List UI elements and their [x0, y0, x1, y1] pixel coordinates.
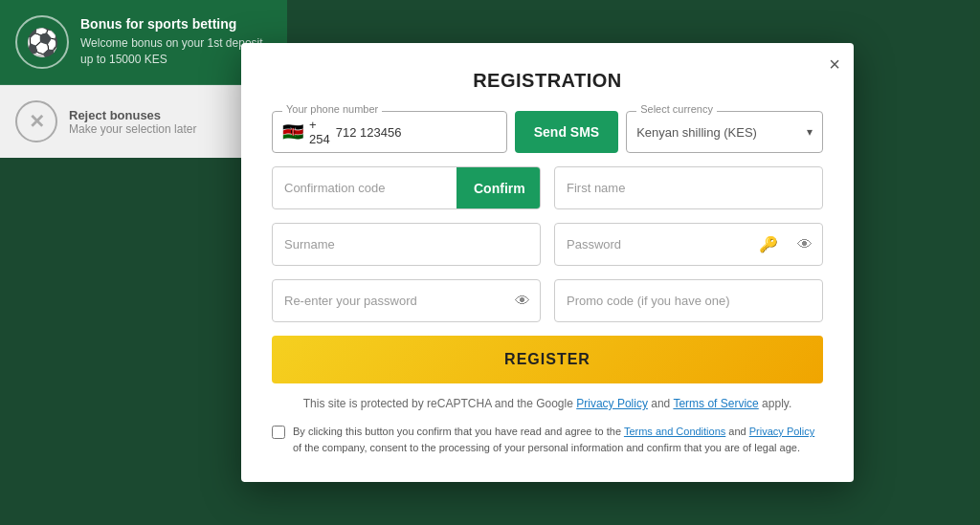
currency-value: Kenyan shilling (KES)	[636, 125, 807, 140]
chevron-down-icon: ▾	[807, 125, 813, 139]
password-wrap: 🔑 👁	[554, 223, 823, 266]
key-icon: 🔑	[749, 235, 788, 253]
phone-input[interactable]	[336, 125, 497, 140]
bonus-title: Bonus for sports betting	[80, 16, 272, 32]
phone-field-wrap: Your phone number 🇰🇪 + 254	[272, 111, 507, 153]
terms-text: By clicking this button you confirm that…	[293, 424, 823, 455]
send-sms-button[interactable]: Send SMS	[515, 111, 618, 153]
phone-label: Your phone number	[282, 103, 382, 115]
close-button[interactable]: ×	[829, 55, 840, 74]
surname-input[interactable]	[273, 224, 540, 265]
reenter-password-wrap: 👁	[272, 279, 541, 322]
reject-text: Reject bonuses Make your selection later	[69, 108, 196, 136]
registration-modal: × REGISTRATION Your phone number 🇰🇪 + 25…	[241, 43, 854, 482]
kenya-flag-icon: 🇰🇪	[282, 121, 303, 142]
promo-code-input[interactable]	[555, 280, 822, 321]
phone-currency-row: Your phone number 🇰🇪 + 254 Send SMS Sele…	[272, 111, 823, 153]
terms-row: By clicking this button you confirm that…	[272, 424, 823, 455]
and-text: and	[651, 397, 670, 410]
currency-field-wrap[interactable]: Select currency Kenyan shilling (KES) ▾	[626, 111, 823, 153]
confirmation-firstname-row: Confirm	[272, 166, 823, 209]
register-button[interactable]: REGISTER	[272, 336, 823, 383]
recaptcha-text: This site is protected by reCAPTCHA and …	[272, 397, 823, 410]
terms-checkbox[interactable]	[272, 426, 285, 439]
eye-slash-icon[interactable]: 👁	[505, 293, 540, 310]
eye-icon[interactable]: 👁	[788, 236, 822, 253]
terms-privacy-link[interactable]: Privacy Policy	[749, 426, 814, 437]
modal-title: REGISTRATION	[272, 70, 823, 92]
reject-description: Make your selection later	[69, 122, 196, 136]
soccer-ball-icon: ⚽	[15, 15, 69, 69]
confirmation-code-wrap: Confirm	[272, 166, 541, 209]
reenter-password-input[interactable]	[273, 280, 505, 321]
confirmation-code-input[interactable]	[273, 167, 457, 208]
terms-conditions-link[interactable]: Terms and Conditions	[624, 426, 725, 437]
privacy-policy-link[interactable]: Privacy Policy	[576, 397, 648, 410]
reject-circle-icon: ✕	[15, 100, 57, 142]
recaptcha-prefix: This site is protected by reCAPTCHA and …	[303, 397, 573, 410]
first-name-wrap	[554, 166, 823, 209]
phone-prefix: + 254	[309, 118, 330, 146]
confirm-button[interactable]: Confirm	[457, 167, 541, 208]
reject-title: Reject bonuses	[69, 108, 196, 122]
currency-label: Select currency	[636, 103, 717, 115]
apply-text: apply.	[762, 397, 791, 410]
terms-of-service-link[interactable]: Terms of Service	[673, 397, 758, 410]
promo-code-wrap	[554, 279, 823, 322]
surname-wrap	[272, 223, 541, 266]
repassword-promo-row: 👁	[272, 279, 823, 322]
password-input[interactable]	[555, 224, 749, 265]
first-name-input[interactable]	[555, 167, 822, 208]
surname-password-row: 🔑 👁	[272, 223, 823, 266]
